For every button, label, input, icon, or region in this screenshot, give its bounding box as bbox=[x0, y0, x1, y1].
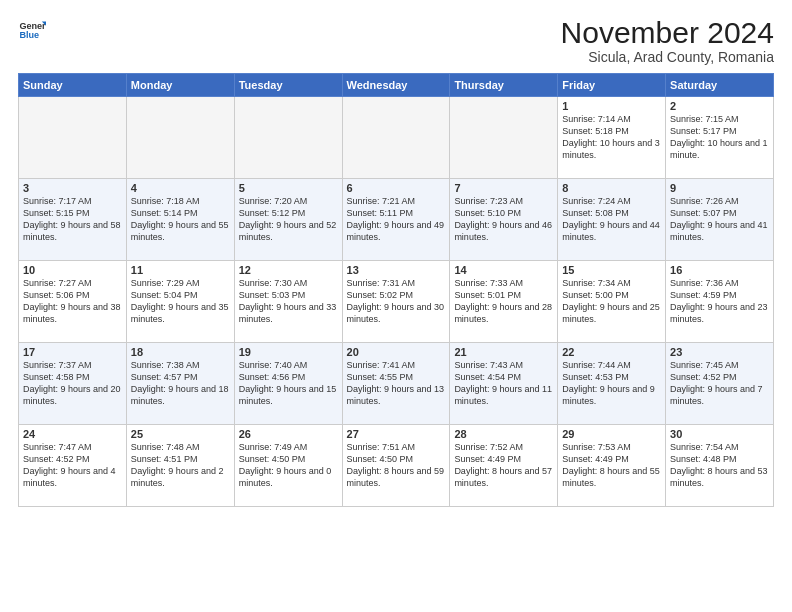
cell-content: Sunrise: 7:54 AM Sunset: 4:48 PM Dayligh… bbox=[670, 441, 769, 490]
day-number: 24 bbox=[23, 428, 122, 440]
col-saturday: Saturday bbox=[666, 74, 774, 97]
col-wednesday: Wednesday bbox=[342, 74, 450, 97]
cell-content: Sunrise: 7:34 AM Sunset: 5:00 PM Dayligh… bbox=[562, 277, 661, 326]
calendar-week-2: 3Sunrise: 7:17 AM Sunset: 5:15 PM Daylig… bbox=[19, 179, 774, 261]
cell-content: Sunrise: 7:15 AM Sunset: 5:17 PM Dayligh… bbox=[670, 113, 769, 162]
table-row: 6Sunrise: 7:21 AM Sunset: 5:11 PM Daylig… bbox=[342, 179, 450, 261]
calendar-week-1: 1Sunrise: 7:14 AM Sunset: 5:18 PM Daylig… bbox=[19, 97, 774, 179]
cell-content: Sunrise: 7:38 AM Sunset: 4:57 PM Dayligh… bbox=[131, 359, 230, 408]
day-number: 8 bbox=[562, 182, 661, 194]
day-number: 9 bbox=[670, 182, 769, 194]
table-row: 7Sunrise: 7:23 AM Sunset: 5:10 PM Daylig… bbox=[450, 179, 558, 261]
cell-content: Sunrise: 7:47 AM Sunset: 4:52 PM Dayligh… bbox=[23, 441, 122, 490]
month-title: November 2024 bbox=[561, 16, 774, 49]
col-monday: Monday bbox=[126, 74, 234, 97]
cell-content: Sunrise: 7:37 AM Sunset: 4:58 PM Dayligh… bbox=[23, 359, 122, 408]
table-row: 27Sunrise: 7:51 AM Sunset: 4:50 PM Dayli… bbox=[342, 425, 450, 507]
day-number: 4 bbox=[131, 182, 230, 194]
cell-content: Sunrise: 7:18 AM Sunset: 5:14 PM Dayligh… bbox=[131, 195, 230, 244]
header: General Blue November 2024 Sicula, Arad … bbox=[18, 16, 774, 65]
cell-content: Sunrise: 7:24 AM Sunset: 5:08 PM Dayligh… bbox=[562, 195, 661, 244]
location-subtitle: Sicula, Arad County, Romania bbox=[561, 49, 774, 65]
day-number: 18 bbox=[131, 346, 230, 358]
day-number: 2 bbox=[670, 100, 769, 112]
cell-content: Sunrise: 7:27 AM Sunset: 5:06 PM Dayligh… bbox=[23, 277, 122, 326]
table-row bbox=[342, 97, 450, 179]
table-row: 15Sunrise: 7:34 AM Sunset: 5:00 PM Dayli… bbox=[558, 261, 666, 343]
cell-content: Sunrise: 7:44 AM Sunset: 4:53 PM Dayligh… bbox=[562, 359, 661, 408]
table-row: 8Sunrise: 7:24 AM Sunset: 5:08 PM Daylig… bbox=[558, 179, 666, 261]
table-row: 12Sunrise: 7:30 AM Sunset: 5:03 PM Dayli… bbox=[234, 261, 342, 343]
table-row: 9Sunrise: 7:26 AM Sunset: 5:07 PM Daylig… bbox=[666, 179, 774, 261]
day-number: 11 bbox=[131, 264, 230, 276]
day-number: 26 bbox=[239, 428, 338, 440]
cell-content: Sunrise: 7:52 AM Sunset: 4:49 PM Dayligh… bbox=[454, 441, 553, 490]
day-number: 5 bbox=[239, 182, 338, 194]
day-number: 13 bbox=[347, 264, 446, 276]
cell-content: Sunrise: 7:45 AM Sunset: 4:52 PM Dayligh… bbox=[670, 359, 769, 408]
logo-icon: General Blue bbox=[18, 16, 46, 44]
calendar-week-4: 17Sunrise: 7:37 AM Sunset: 4:58 PM Dayli… bbox=[19, 343, 774, 425]
day-number: 1 bbox=[562, 100, 661, 112]
table-row: 5Sunrise: 7:20 AM Sunset: 5:12 PM Daylig… bbox=[234, 179, 342, 261]
table-row: 29Sunrise: 7:53 AM Sunset: 4:49 PM Dayli… bbox=[558, 425, 666, 507]
table-row: 20Sunrise: 7:41 AM Sunset: 4:55 PM Dayli… bbox=[342, 343, 450, 425]
header-row: Sunday Monday Tuesday Wednesday Thursday… bbox=[19, 74, 774, 97]
cell-content: Sunrise: 7:31 AM Sunset: 5:02 PM Dayligh… bbox=[347, 277, 446, 326]
cell-content: Sunrise: 7:36 AM Sunset: 4:59 PM Dayligh… bbox=[670, 277, 769, 326]
table-row: 2Sunrise: 7:15 AM Sunset: 5:17 PM Daylig… bbox=[666, 97, 774, 179]
svg-text:Blue: Blue bbox=[19, 30, 39, 40]
table-row bbox=[450, 97, 558, 179]
table-row: 23Sunrise: 7:45 AM Sunset: 4:52 PM Dayli… bbox=[666, 343, 774, 425]
day-number: 23 bbox=[670, 346, 769, 358]
cell-content: Sunrise: 7:40 AM Sunset: 4:56 PM Dayligh… bbox=[239, 359, 338, 408]
day-number: 17 bbox=[23, 346, 122, 358]
day-number: 21 bbox=[454, 346, 553, 358]
table-row: 26Sunrise: 7:49 AM Sunset: 4:50 PM Dayli… bbox=[234, 425, 342, 507]
page: General Blue November 2024 Sicula, Arad … bbox=[0, 0, 792, 612]
day-number: 16 bbox=[670, 264, 769, 276]
col-friday: Friday bbox=[558, 74, 666, 97]
table-row bbox=[234, 97, 342, 179]
cell-content: Sunrise: 7:49 AM Sunset: 4:50 PM Dayligh… bbox=[239, 441, 338, 490]
day-number: 19 bbox=[239, 346, 338, 358]
table-row: 13Sunrise: 7:31 AM Sunset: 5:02 PM Dayli… bbox=[342, 261, 450, 343]
table-row bbox=[126, 97, 234, 179]
table-row bbox=[19, 97, 127, 179]
day-number: 10 bbox=[23, 264, 122, 276]
col-thursday: Thursday bbox=[450, 74, 558, 97]
day-number: 6 bbox=[347, 182, 446, 194]
day-number: 15 bbox=[562, 264, 661, 276]
cell-content: Sunrise: 7:29 AM Sunset: 5:04 PM Dayligh… bbox=[131, 277, 230, 326]
table-row: 17Sunrise: 7:37 AM Sunset: 4:58 PM Dayli… bbox=[19, 343, 127, 425]
cell-content: Sunrise: 7:21 AM Sunset: 5:11 PM Dayligh… bbox=[347, 195, 446, 244]
table-row: 21Sunrise: 7:43 AM Sunset: 4:54 PM Dayli… bbox=[450, 343, 558, 425]
table-row: 18Sunrise: 7:38 AM Sunset: 4:57 PM Dayli… bbox=[126, 343, 234, 425]
col-sunday: Sunday bbox=[19, 74, 127, 97]
table-row: 25Sunrise: 7:48 AM Sunset: 4:51 PM Dayli… bbox=[126, 425, 234, 507]
table-row: 14Sunrise: 7:33 AM Sunset: 5:01 PM Dayli… bbox=[450, 261, 558, 343]
cell-content: Sunrise: 7:41 AM Sunset: 4:55 PM Dayligh… bbox=[347, 359, 446, 408]
day-number: 20 bbox=[347, 346, 446, 358]
day-number: 14 bbox=[454, 264, 553, 276]
day-number: 28 bbox=[454, 428, 553, 440]
day-number: 12 bbox=[239, 264, 338, 276]
table-row: 30Sunrise: 7:54 AM Sunset: 4:48 PM Dayli… bbox=[666, 425, 774, 507]
cell-content: Sunrise: 7:33 AM Sunset: 5:01 PM Dayligh… bbox=[454, 277, 553, 326]
cell-content: Sunrise: 7:48 AM Sunset: 4:51 PM Dayligh… bbox=[131, 441, 230, 490]
table-row: 4Sunrise: 7:18 AM Sunset: 5:14 PM Daylig… bbox=[126, 179, 234, 261]
table-row: 3Sunrise: 7:17 AM Sunset: 5:15 PM Daylig… bbox=[19, 179, 127, 261]
cell-content: Sunrise: 7:26 AM Sunset: 5:07 PM Dayligh… bbox=[670, 195, 769, 244]
calendar-table: Sunday Monday Tuesday Wednesday Thursday… bbox=[18, 73, 774, 507]
day-number: 30 bbox=[670, 428, 769, 440]
logo: General Blue bbox=[18, 16, 46, 44]
cell-content: Sunrise: 7:23 AM Sunset: 5:10 PM Dayligh… bbox=[454, 195, 553, 244]
day-number: 29 bbox=[562, 428, 661, 440]
col-tuesday: Tuesday bbox=[234, 74, 342, 97]
table-row: 24Sunrise: 7:47 AM Sunset: 4:52 PM Dayli… bbox=[19, 425, 127, 507]
day-number: 22 bbox=[562, 346, 661, 358]
title-area: November 2024 Sicula, Arad County, Roman… bbox=[561, 16, 774, 65]
cell-content: Sunrise: 7:14 AM Sunset: 5:18 PM Dayligh… bbox=[562, 113, 661, 162]
cell-content: Sunrise: 7:53 AM Sunset: 4:49 PM Dayligh… bbox=[562, 441, 661, 490]
table-row: 16Sunrise: 7:36 AM Sunset: 4:59 PM Dayli… bbox=[666, 261, 774, 343]
